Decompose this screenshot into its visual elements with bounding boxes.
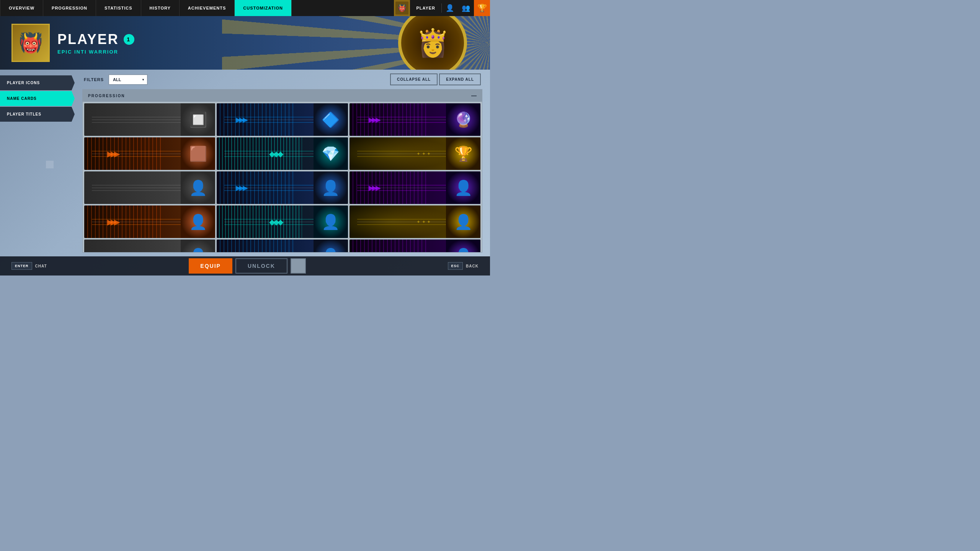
friend-icon-btn[interactable]: 👥 — [458, 0, 474, 16]
bottom-bar: ENTER CHAT EQUIP UNLOCK ESC BACK — [0, 256, 490, 276]
name-card[interactable]: ◆◆◆ 👤 — [217, 205, 348, 238]
card-line — [224, 224, 313, 225]
card-lines — [224, 185, 313, 191]
name-card[interactable]: ▶▶▶ 👤 — [217, 171, 348, 204]
main-content: PLAYER ICONS NAME CARDS PLAYER TITLES FI… — [0, 70, 490, 256]
sidebar-item-player-icons[interactable]: PLAYER ICONS — [0, 75, 75, 90]
filter-left: FILTERS ALL OWNED UNOWNED — [84, 74, 148, 85]
name-card[interactable]: 👤 — [84, 240, 215, 252]
sidebar: PLAYER ICONS NAME CARDS PLAYER TITLES — [0, 70, 75, 256]
card-portrait: 👤 — [181, 171, 215, 204]
filter-select[interactable]: ALL OWNED UNOWNED — [108, 74, 148, 85]
name-card[interactable]: ▶▶▶ 👤 — [217, 240, 348, 252]
name-card[interactable]: ▶▶▶ 👤 — [84, 205, 215, 238]
card-lines — [217, 240, 295, 252]
tab-history[interactable]: HISTORY — [141, 0, 180, 16]
name-card[interactable]: ✦ ✦ ✦ 🏆 — [350, 137, 480, 170]
card-lines — [357, 219, 446, 225]
card-line — [92, 187, 181, 188]
name-card[interactable]: ▶▶▶ 👤 — [350, 171, 480, 204]
card-line — [92, 153, 181, 154]
card-portrait: 💎 — [314, 137, 348, 170]
card-line — [357, 222, 446, 222]
expand-all-button[interactable]: EXPAND ALL — [439, 73, 481, 85]
card-line — [92, 185, 181, 185]
top-nav: OVERVIEW PROGRESSION STATISTICS HISTORY … — [0, 0, 490, 16]
card-line — [92, 222, 181, 222]
card-portrait: 👤 — [446, 205, 480, 238]
card-lines — [224, 151, 313, 156]
name-card[interactable]: ▶▶▶ 👤 — [350, 240, 480, 252]
player-icon-btn[interactable]: 👤 — [442, 0, 458, 16]
progression-title: PROGRESSION — [88, 94, 125, 98]
filter-select-wrapper[interactable]: ALL OWNED UNOWNED — [108, 74, 148, 85]
card-line — [92, 119, 181, 120]
name-card[interactable]: ▶▶▶ 🟫 — [84, 137, 215, 170]
card-line — [357, 219, 446, 219]
card-portrait: 👤 — [314, 240, 348, 252]
tab-statistics[interactable]: STATISTICS — [96, 0, 141, 16]
tab-customization[interactable]: CUSTOMIZATION — [235, 0, 292, 16]
name-card[interactable]: ✦ ✦ ✦ 👤 — [350, 205, 480, 238]
name-card[interactable]: ◆◆◆ 💎 — [217, 137, 348, 170]
card-portrait: 🔮 — [446, 103, 480, 136]
card-portrait: 👤 — [446, 240, 480, 252]
filter-label: FILTERS — [84, 77, 104, 82]
card-portrait: 👤 — [181, 205, 215, 238]
filter-buttons: COLLAPSE ALL EXPAND ALL — [390, 73, 481, 85]
name-card[interactable]: ▶▶▶ 🔷 — [217, 103, 348, 136]
sidebar-item-player-titles[interactable]: PLAYER TITLES — [0, 107, 75, 122]
card-line — [357, 190, 446, 191]
card-lines — [224, 219, 313, 225]
tab-achievements[interactable]: ACHIEVEMENTS — [180, 0, 235, 16]
tab-overview[interactable]: OVERVIEW — [0, 0, 43, 16]
card-line — [357, 156, 446, 156]
card-portrait: 👤 — [314, 205, 348, 238]
card-line — [92, 190, 181, 191]
progression-collapse-btn[interactable]: — — [471, 93, 477, 99]
card-lines — [357, 151, 446, 156]
progression-header: PROGRESSION — — [83, 90, 482, 102]
card-lines — [357, 117, 446, 122]
back-label: BACK — [466, 264, 479, 268]
sidebar-item-name-cards[interactable]: NAME CARDS — [0, 91, 75, 106]
enter-chat-key: ENTER CHAT — [11, 262, 47, 270]
cards-grid: 🔲 ▶▶▶ 🔷 ▶▶▶ — [83, 102, 482, 252]
card-line — [92, 122, 181, 122]
card-portrait: 👤 — [314, 171, 348, 204]
notification-badge[interactable]: 🏆 — [474, 0, 490, 16]
nav-right: 👹 PLAYER 👤 👥 🏆 — [394, 0, 490, 16]
card-line — [224, 153, 313, 154]
card-line — [224, 122, 313, 122]
name-card[interactable]: 🔲 — [84, 103, 215, 136]
nav-avatar-inner: 👹 — [395, 2, 408, 15]
card-lines — [224, 117, 313, 122]
card-lines — [92, 151, 181, 156]
bottom-center: EQUIP UNLOCK — [189, 258, 305, 274]
card-portrait: 🟫 — [181, 137, 215, 170]
nav-player-name: PLAYER — [410, 6, 441, 10]
card-lines — [92, 219, 181, 225]
player-title: EPIC INTI WARRIOR — [57, 49, 134, 55]
card-line — [224, 190, 313, 191]
hero-content: 👹 PLAYER 1 EPIC INTI WARRIOR — [0, 16, 490, 70]
unlock-button[interactable]: UNLOCK — [235, 258, 287, 274]
card-line — [357, 119, 446, 120]
card-line — [357, 224, 446, 225]
card-portrait: 👤 — [181, 240, 215, 252]
name-card[interactable]: 👤 — [84, 171, 215, 204]
equip-button[interactable]: EQUIP — [189, 258, 232, 274]
card-lines — [357, 185, 446, 191]
card-portrait: 🏆 — [446, 137, 480, 170]
filter-bar: FILTERS ALL OWNED UNOWNED COLLAPSE ALL E… — [82, 73, 482, 85]
hero-header: 👸 👹 PLAYER 1 EPIC INTI WARRIOR — [0, 16, 490, 70]
card-line — [357, 117, 446, 117]
card-line — [357, 122, 446, 122]
collapse-all-button[interactable]: COLLAPSE ALL — [390, 73, 438, 85]
name-card[interactable]: ▶▶▶ 🔮 — [350, 103, 480, 136]
card-line — [224, 222, 313, 222]
tab-progression[interactable]: PROGRESSION — [43, 0, 96, 16]
esc-back-key: ESC BACK — [448, 262, 479, 270]
card-line — [92, 151, 181, 151]
card-line — [357, 187, 446, 188]
